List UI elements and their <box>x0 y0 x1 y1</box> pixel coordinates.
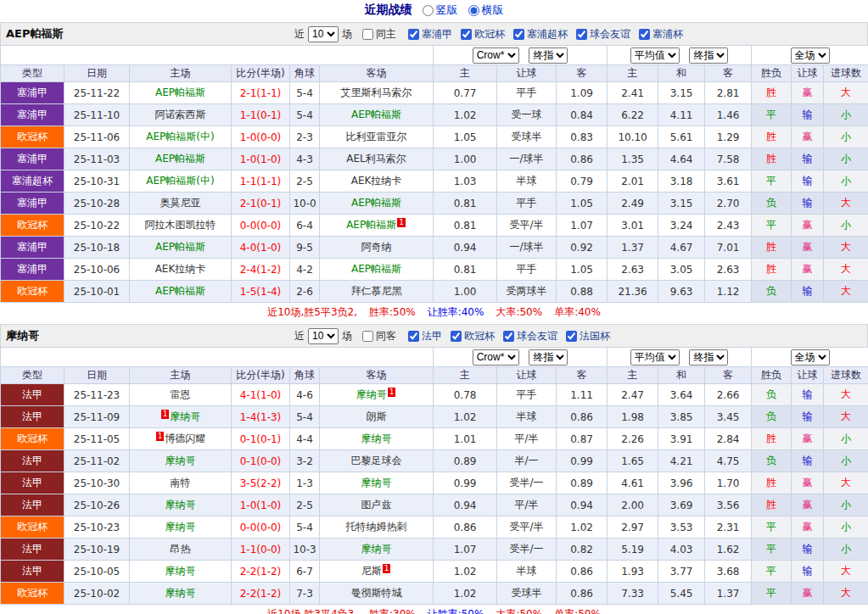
score[interactable]: 1-1(0-1) <box>232 104 290 126</box>
away-team[interactable]: AEK拉纳卡 <box>320 170 434 193</box>
team-name[interactable]: 曼彻斯特城 <box>351 587 402 599</box>
asian-odds-provider-select[interactable]: Crow* <box>473 47 519 64</box>
euro-odds-provider-select[interactable]: 平均值 <box>630 47 680 64</box>
away-team[interactable]: 尼斯1 <box>320 561 434 583</box>
score[interactable]: 4-1(1-0) <box>232 384 290 406</box>
team-name[interactable]: AEK拉纳卡 <box>155 263 206 275</box>
team-name[interactable]: 博德闪耀 <box>165 433 205 444</box>
euro-odds-time-select[interactable]: 终指 <box>689 349 728 366</box>
team-name[interactable]: 摩纳哥 <box>361 543 392 555</box>
home-team[interactable]: AEP帕福斯 <box>130 237 232 259</box>
home-team[interactable]: AEP帕福斯(中) <box>130 170 232 193</box>
euro-odds-provider-select[interactable]: 平均值 <box>630 349 680 366</box>
score[interactable]: 2-2(1-2) <box>232 561 290 583</box>
away-team[interactable]: 摩纳哥1 <box>320 384 434 406</box>
score[interactable]: 2-4(1-2) <box>232 259 290 281</box>
team-name[interactable]: 朗斯 <box>367 410 387 422</box>
league-filter-checkbox[interactable] <box>503 331 514 342</box>
away-team[interactable]: AEL利马索尔 <box>320 148 434 170</box>
league-filter-checkbox[interactable] <box>639 29 650 40</box>
team-name[interactable]: AEP帕福斯 <box>351 197 401 209</box>
match-count-select[interactable]: 10 <box>308 26 339 42</box>
same-venue-filter[interactable]: 同主 <box>362 27 396 42</box>
home-team[interactable]: AEK拉纳卡 <box>130 259 232 281</box>
asian-odds-time-select[interactable]: 终指 <box>529 349 568 366</box>
team-name[interactable]: AEP帕福斯 <box>155 241 205 253</box>
match-count-select[interactable]: 10 <box>308 328 339 344</box>
layout-option-vertical[interactable]: 竖版 <box>423 3 458 18</box>
home-team[interactable]: 摩纳哥 <box>130 583 232 605</box>
score[interactable]: 2-2(1-2) <box>232 583 290 605</box>
team-name[interactable]: 尼斯 <box>361 565 382 577</box>
away-team[interactable]: 托特纳姆热刺 <box>320 516 434 539</box>
league-filter[interactable]: 塞浦甲 <box>408 27 452 42</box>
league-filter-checkbox[interactable] <box>461 29 472 40</box>
score[interactable]: 1-1(0-0) <box>232 539 290 561</box>
away-team[interactable]: 曼彻斯特城 <box>320 583 434 605</box>
result-scope-select[interactable]: 全场 <box>791 47 830 64</box>
league-filter-checkbox[interactable] <box>451 331 462 342</box>
team-name[interactable]: 比利亚雷亚尔 <box>346 131 407 142</box>
league-filter[interactable]: 法国杯 <box>566 329 610 343</box>
home-team[interactable]: 南特 <box>130 472 232 494</box>
team-name[interactable]: 托特纳姆热刺 <box>346 521 407 533</box>
venue-checkbox-1[interactable] <box>362 331 373 342</box>
team-name[interactable]: AEP帕福斯(中) <box>146 175 214 187</box>
team-name[interactable]: AEP帕福斯 <box>346 219 396 231</box>
team-name[interactable]: 图卢兹 <box>361 499 392 511</box>
score[interactable]: 4-0(1-0) <box>232 237 290 259</box>
home-team[interactable]: AEP帕福斯 <box>130 281 232 303</box>
team-name[interactable]: 摩纳哥 <box>165 565 196 577</box>
away-team[interactable]: AEP帕福斯 <box>320 193 434 215</box>
home-team[interactable]: 奥莫尼亚 <box>130 193 232 215</box>
score[interactable]: 1-0(1-0) <box>232 148 290 170</box>
away-team[interactable]: 巴黎足球会 <box>320 450 434 472</box>
team-name[interactable]: AEP帕福斯 <box>155 87 205 98</box>
team-name[interactable]: AEP帕福斯 <box>155 285 205 297</box>
score[interactable]: 1-1(1-1) <box>232 170 290 193</box>
home-team[interactable]: 摩纳哥 <box>130 561 232 583</box>
league-filter[interactable]: 塞浦杯 <box>639 27 683 42</box>
score[interactable]: 1-0(1-0) <box>232 494 290 516</box>
league-filter-checkbox[interactable] <box>408 29 419 40</box>
home-team[interactable]: 阿拉木图凯拉特 <box>130 215 232 237</box>
team-name[interactable]: 阿诺索西斯 <box>155 109 206 120</box>
home-team[interactable]: 摩纳哥 <box>130 450 232 472</box>
league-filter[interactable]: 欧冠杯 <box>461 27 505 42</box>
team-name[interactable]: AEK拉纳卡 <box>351 175 402 187</box>
away-team[interactable]: 艾里斯利马索尔 <box>320 82 434 104</box>
same-venue-filter[interactable]: 同客 <box>362 329 396 343</box>
team-name[interactable]: 雷恩 <box>171 388 191 400</box>
team-name[interactable]: AEP帕福斯 <box>155 153 205 165</box>
score[interactable]: 0-0(0-0) <box>232 215 290 237</box>
team-name[interactable]: 奥莫尼亚 <box>160 197 201 209</box>
team-name[interactable]: AEL利马索尔 <box>346 153 406 165</box>
league-filter-checkbox[interactable] <box>576 29 587 40</box>
score[interactable]: 2-1(0-1) <box>232 193 290 215</box>
team-name[interactable]: 南特 <box>171 477 191 488</box>
team-name[interactable]: 摩纳哥 <box>170 410 200 422</box>
team-name[interactable]: AEP帕福斯 <box>351 109 401 120</box>
team-name[interactable]: 摩纳哥 <box>165 455 196 466</box>
away-team[interactable]: 比利亚雷亚尔 <box>320 126 434 148</box>
score[interactable]: 3-5(2-2) <box>232 472 290 494</box>
score[interactable]: 1-4(1-3) <box>232 406 290 428</box>
home-team[interactable]: 摩纳哥 <box>130 494 232 516</box>
score[interactable]: 1-0(0-0) <box>232 126 290 148</box>
away-team[interactable]: 摩纳哥 <box>320 472 434 494</box>
team-name[interactable]: 摩纳哥 <box>361 477 392 488</box>
team-name[interactable]: 昂热 <box>171 543 191 555</box>
team-name[interactable]: 阿奇纳 <box>361 241 392 253</box>
league-filter[interactable]: 法甲 <box>408 329 442 343</box>
home-team[interactable]: 1摩纳哥 <box>130 406 232 428</box>
team-name[interactable]: 摩纳哥 <box>165 587 196 599</box>
team-name[interactable]: AEP帕福斯 <box>351 263 401 275</box>
league-filter-checkbox[interactable] <box>513 29 524 40</box>
score[interactable]: 0-0(0-0) <box>232 516 290 539</box>
layout-radio-1[interactable] <box>468 5 479 16</box>
league-filter-checkbox[interactable] <box>408 331 419 342</box>
away-team[interactable]: AEP帕福斯1 <box>320 215 434 237</box>
result-scope-select[interactable]: 全场 <box>791 349 830 366</box>
team-name[interactable]: 摩纳哥 <box>165 521 196 533</box>
league-filter[interactable]: 塞浦超杯 <box>513 27 568 42</box>
